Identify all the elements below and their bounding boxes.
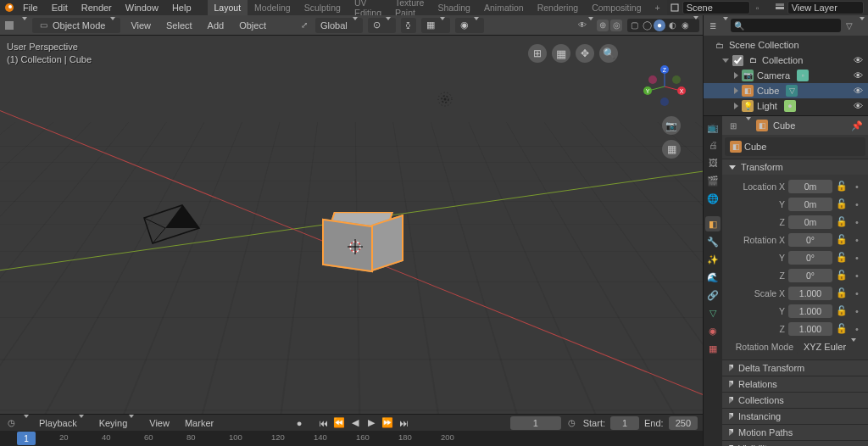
outliner-editor-icon[interactable]: ≣	[707, 20, 719, 31]
outliner-item-cube[interactable]: ◧ Cube ▽ 👁	[704, 83, 868, 98]
end-frame-field[interactable]: 250	[669, 416, 698, 430]
autokey-toggle[interactable]: ●	[292, 416, 307, 430]
panel-instancing-header[interactable]: Instancing	[722, 408, 868, 424]
light-object[interactable]	[432, 86, 458, 112]
tab-texture[interactable]: ▦	[705, 341, 721, 356]
snap-toggle[interactable]: ⧲	[401, 18, 416, 33]
camera-view-icon[interactable]: ▦	[552, 44, 570, 63]
new-viewlayer-button[interactable]: ▫	[865, 2, 868, 14]
tab-particles[interactable]: ✨	[705, 252, 721, 267]
tab-world[interactable]: 🌐	[705, 191, 721, 206]
new-scene-button[interactable]: ▫	[752, 2, 764, 14]
shading-wireframe[interactable]: ◯	[641, 20, 653, 31]
workspace-add-button[interactable]: +	[648, 0, 667, 15]
workspace-tab-layout[interactable]: Layout	[208, 0, 248, 15]
object-name-field[interactable]: ◧ Cube	[725, 137, 865, 156]
outliner-collection[interactable]: 🗀 Collection 👁	[704, 53, 868, 68]
jump-start-button[interactable]: ⏮	[315, 416, 331, 430]
visibility-selector[interactable]: 👁	[580, 20, 592, 31]
timeline-editor-icon[interactable]: ◷	[5, 417, 17, 429]
timeline-menu-playback[interactable]: Playback	[34, 416, 89, 430]
orientation-selector[interactable]: Global	[315, 18, 363, 33]
outliner-search[interactable]: 🔍	[731, 19, 841, 32]
lock-icon[interactable]: 🔓	[836, 180, 848, 193]
viewport-menu-add[interactable]: Add	[203, 19, 230, 32]
panel-motion paths-header[interactable]: Motion Paths	[722, 424, 868, 440]
visibility-toggle[interactable]: 👁	[854, 55, 863, 65]
filter-button[interactable]: ▽	[843, 20, 855, 31]
scale-z-field[interactable]: 1.000	[788, 322, 832, 336]
rotation-y-field[interactable]: 0°	[788, 251, 832, 265]
tab-modifiers[interactable]: 🔧	[705, 234, 721, 249]
decorator-icon[interactable]: •	[851, 180, 863, 193]
navigation-gizmo[interactable]: X Y Z	[643, 65, 686, 108]
shading-rendered[interactable]: ◉	[679, 20, 691, 31]
workspace-tab-rendering[interactable]: Rendering	[531, 0, 585, 15]
panel-transform-header[interactable]: Transform	[722, 159, 868, 175]
camera-toggle-icon[interactable]: 📷	[662, 116, 681, 135]
pin-button[interactable]: 📌	[851, 120, 863, 131]
menu-file[interactable]: File	[17, 1, 44, 14]
workspace-tab-animation[interactable]: Animation	[477, 0, 531, 15]
scale-y-field[interactable]: 1.000	[788, 304, 832, 318]
panel-visibility-header[interactable]: Visibility	[722, 440, 868, 446]
zoom-icon[interactable]: ⊞	[528, 44, 547, 63]
3d-viewport[interactable]: User Perspective (1) Collection | Cube X…	[0, 36, 703, 414]
tab-physics[interactable]: 🌊	[705, 270, 721, 285]
location-x-field[interactable]: 0m	[788, 180, 832, 193]
scene-selector[interactable]: Scene	[682, 1, 750, 14]
viewport-menu-object[interactable]: Object	[234, 19, 271, 32]
tab-viewlayer[interactable]: 🖼	[705, 155, 721, 170]
outliner-item-light[interactable]: 💡 Light ● 👁	[704, 98, 868, 114]
location-y-field[interactable]: 0m	[788, 198, 832, 211]
workspace-tab-modeling[interactable]: Modeling	[248, 0, 298, 15]
viewlayer-selector[interactable]: View Layer	[787, 1, 864, 14]
tab-object[interactable]: ◧	[705, 216, 721, 231]
collection-checkbox[interactable]	[732, 55, 743, 66]
playhead[interactable]: 1	[17, 432, 36, 445]
jump-end-button[interactable]: ⏭	[396, 416, 411, 430]
visibility-toggle[interactable]: 👁	[854, 86, 863, 96]
snap-selector[interactable]: ▦	[421, 18, 450, 33]
zoom-magnify-icon[interactable]: 🔍	[599, 44, 618, 63]
visibility-toggle[interactable]: 👁	[854, 70, 863, 81]
menu-render[interactable]: Render	[75, 1, 118, 14]
shading-material[interactable]: ◐	[666, 20, 678, 31]
menu-help[interactable]: Help	[166, 1, 198, 14]
outliner-item-camera[interactable]: 📷 Camera ▫ 👁	[704, 68, 868, 83]
editor-type-icon[interactable]	[3, 20, 15, 31]
tab-mesh[interactable]: ▽	[705, 305, 721, 321]
keyframe-prev-button[interactable]: ⏪	[331, 416, 347, 430]
pivot-selector[interactable]: ⊙	[368, 18, 396, 33]
tab-material[interactable]: ◉	[705, 323, 721, 338]
tab-render[interactable]: 📺	[705, 120, 721, 135]
viewport-menu-view[interactable]: View	[125, 19, 156, 32]
timeline-menu-marker[interactable]: Marker	[180, 416, 219, 430]
camera-object[interactable]	[136, 201, 203, 248]
xray-toggle[interactable]: ▢	[628, 20, 640, 31]
play-reverse-button[interactable]: ◀	[348, 416, 363, 430]
viewport-menu-select[interactable]: Select	[161, 19, 198, 32]
pan-icon[interactable]: ✥	[576, 44, 594, 63]
timeline-scrubber[interactable]: 1 20406080100120140160180200	[0, 431, 703, 446]
gizmo-toggle[interactable]: ⊕	[597, 20, 609, 31]
menu-edit[interactable]: Edit	[46, 1, 74, 14]
outliner-root[interactable]: 🗀 Scene Collection	[704, 37, 868, 53]
perspective-toggle-icon[interactable]: ▦	[662, 140, 681, 159]
menu-window[interactable]: Window	[120, 1, 164, 14]
tab-output[interactable]: 🖨	[705, 137, 721, 153]
workspace-tab-shading[interactable]: Shading	[431, 0, 477, 15]
visibility-toggle[interactable]: 👁	[854, 101, 863, 111]
panel-delta transform-header[interactable]: Delta Transform	[722, 360, 868, 376]
workspace-tab-sculpting[interactable]: Sculpting	[298, 0, 348, 15]
tab-scene[interactable]: 🎬	[705, 173, 721, 188]
mode-selector[interactable]: ▭ Object Mode	[32, 18, 120, 33]
start-frame-field[interactable]: 1	[610, 416, 639, 430]
proportional-edit-toggle[interactable]: ◉	[455, 18, 484, 33]
prop-editor-icon[interactable]: ⊞	[727, 120, 739, 131]
location-z-field[interactable]: 0m	[788, 215, 832, 229]
tab-constraints[interactable]: 🔗	[705, 287, 721, 303]
timeline-menu-keying[interactable]: Keying	[94, 416, 140, 430]
rotation-z-field[interactable]: 0°	[788, 269, 832, 282]
current-frame-field[interactable]: 1	[510, 416, 561, 430]
